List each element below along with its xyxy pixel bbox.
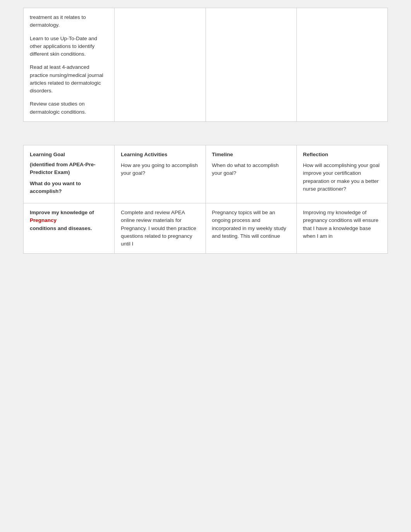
- data-col3-row1: Pregnancy topics will be an ongoing proc…: [206, 203, 296, 254]
- header-col1-line1: Learning Goal: [30, 151, 108, 159]
- bottom-table: Learning Goal (identified from APEA-Pre-…: [23, 145, 388, 254]
- timeline-text: Pregnancy topics will be an ongoing proc…: [212, 210, 286, 239]
- top-col1-content: treatment as it relates to dermatology. …: [30, 14, 108, 116]
- header-col1-line3: What do you want to accomplish?: [30, 180, 108, 196]
- top-col4: [296, 8, 387, 122]
- data-col2-row1: Complete and review APEA online review m…: [115, 203, 206, 254]
- top-col1-p4: Review case studies on dermatologic cond…: [30, 100, 108, 116]
- top-col1-p1: treatment as it relates to dermatology.: [30, 14, 108, 29]
- data-col4-row1: Improving my knowledge of pregnancy cond…: [296, 203, 387, 254]
- top-col1-p3: Read at least 4-advanced practice nursin…: [30, 63, 108, 95]
- bottom-table-section: Learning Goal (identified from APEA-Pre-…: [23, 145, 388, 254]
- data-row-1: Improve my knowledge of Pregnancy condit…: [24, 203, 388, 254]
- top-table-section: treatment as it relates to dermatology. …: [23, 8, 388, 122]
- goal-main-text: Improve my knowledge of: [30, 210, 94, 215]
- header-col3-line2: When do what to accomplish your goal?: [212, 162, 290, 177]
- top-col2: [115, 8, 206, 122]
- header-row: Learning Goal (identified from APEA-Pre-…: [24, 145, 388, 203]
- header-col1: Learning Goal (identified from APEA-Pre-…: [24, 145, 115, 203]
- top-col1-p2: Learn to use Up-To-Date and other applic…: [30, 35, 108, 58]
- header-col4-line2: How will accomplishing your goal improve…: [303, 162, 381, 193]
- page-wrapper: treatment as it relates to dermatology. …: [0, 0, 411, 261]
- goal-rest-text: conditions and diseases.: [30, 225, 92, 231]
- header-col2-line2: How are you going to accomplish your goa…: [121, 162, 199, 177]
- header-col4: Reflection How will accomplishing your g…: [296, 145, 387, 203]
- header-col1-line2: (identified from APEA-Pre-Predictor Exam…: [30, 161, 108, 177]
- top-col3: [206, 8, 296, 122]
- top-col1: treatment as it relates to dermatology. …: [24, 8, 115, 122]
- header-col3: Timeline When do what to accomplish your…: [206, 145, 296, 203]
- top-row: treatment as it relates to dermatology. …: [24, 8, 388, 122]
- activities-text: Complete and review APEA online review m…: [121, 210, 196, 247]
- data-col1-row1: Improve my knowledge of Pregnancy condit…: [24, 203, 115, 254]
- header-col2-line1: Learning Activities: [121, 151, 199, 159]
- goal-highlight-text: Pregnancy: [30, 217, 57, 223]
- header-col3-line1: Timeline: [212, 151, 290, 159]
- header-col4-line1: Reflection: [303, 151, 381, 159]
- reflection-text: Improving my knowledge of pregnancy cond…: [303, 210, 378, 239]
- header-col2: Learning Activities How are you going to…: [115, 145, 206, 203]
- top-table: treatment as it relates to dermatology. …: [23, 8, 388, 122]
